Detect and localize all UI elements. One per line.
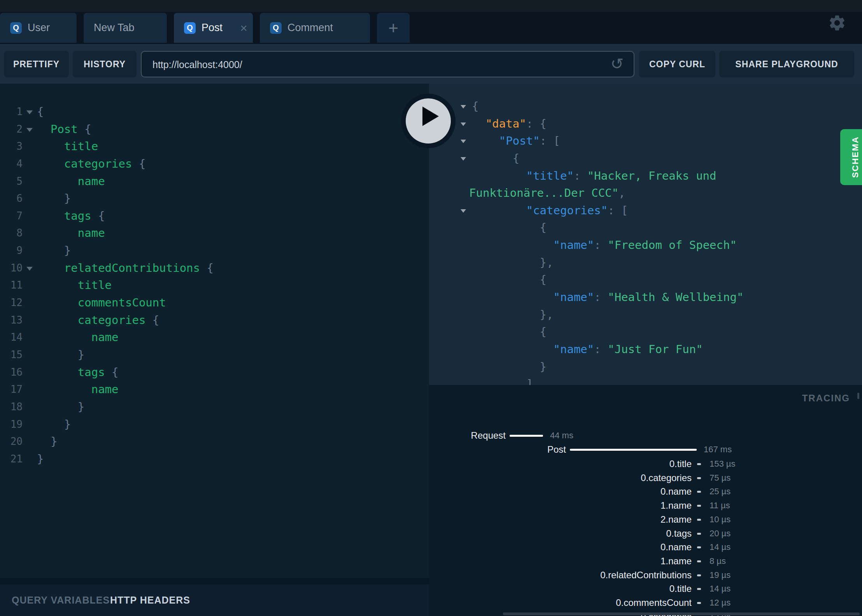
line-number: 12 — [0, 294, 23, 312]
editor-line: 8 name — [0, 224, 429, 242]
line-number: 13 — [0, 312, 23, 329]
response-line: }, — [429, 306, 862, 324]
fold-arrow-icon[interactable] — [26, 267, 33, 271]
tracing-resolver-label: 0.tags — [489, 527, 692, 541]
editor-code: name — [37, 381, 119, 398]
tracing-resolver-label: 0.name — [489, 485, 692, 499]
editor-line: 18 } — [0, 398, 429, 416]
tracing-duration-dash — [697, 560, 701, 562]
response-line: { — [429, 271, 862, 289]
share-playground-button[interactable]: SHARE PLAYGROUND — [719, 51, 854, 77]
line-number: 14 — [0, 329, 23, 346]
line-number: 16 — [0, 364, 23, 381]
variables-panel-resizer[interactable] — [0, 578, 429, 584]
editor-line: 6 } — [0, 190, 429, 207]
query-type-badge: Q — [10, 22, 22, 34]
line-number: 4 — [0, 155, 23, 173]
collapse-arrow-icon[interactable] — [461, 140, 466, 143]
tab-http-headers[interactable]: HTTP HEADERS — [110, 584, 190, 616]
response-line: { — [429, 98, 862, 115]
tracing-resolver-label: 0.title — [489, 457, 692, 471]
line-number: 17 — [0, 381, 23, 398]
schema-side-tab[interactable]: SCHEMA — [840, 129, 862, 185]
collapse-arrow-icon[interactable] — [461, 209, 466, 213]
fold-arrow-icon[interactable] — [26, 110, 33, 114]
response-line: "name": "Health & Wellbeing" — [429, 289, 862, 306]
editor-code: commentsCount — [37, 294, 166, 312]
tab-user[interactable]: QUser — [0, 13, 77, 43]
add-tab-button[interactable]: + — [377, 13, 410, 43]
tracing-row: Post167 ms — [429, 443, 862, 457]
query-type-badge: Q — [184, 22, 196, 34]
tab-new-tab[interactable]: New Tab — [84, 13, 167, 43]
url-input[interactable] — [152, 52, 597, 77]
vertical-scrollbar-thumb[interactable] — [857, 393, 859, 399]
response-code: Funktionäre...Der CCC", — [469, 184, 625, 202]
tracing-resolver-label: Request — [429, 429, 506, 443]
editor-code: name — [37, 173, 105, 190]
response-json-lines: {"data": {"Post": [{"title": "Hacker, Fr… — [429, 98, 862, 385]
prettify-button[interactable]: PRETTIFY — [4, 51, 69, 77]
copy-curl-button[interactable]: COPY CURL — [639, 51, 715, 77]
line-number: 9 — [0, 242, 23, 259]
response-line: ], — [429, 375, 862, 385]
editor-code: name — [37, 329, 119, 346]
response-code: "name": "Just For Fun" — [554, 341, 703, 358]
response-line: }, — [429, 254, 862, 271]
endpoint-url-bar: ↺ — [141, 51, 634, 77]
collapse-arrow-icon[interactable] — [461, 122, 466, 126]
line-number: 11 — [0, 276, 23, 294]
editor-code: } — [37, 433, 57, 450]
editor-line: 13 categories { — [0, 312, 429, 329]
line-number: 21 — [0, 450, 23, 468]
response-pane[interactable]: {"data": {"Post": [{"title": "Hacker, Fr… — [429, 84, 862, 385]
execute-query-button[interactable] — [401, 94, 456, 148]
tracing-duration-value: 20 µs — [710, 527, 731, 541]
settings-gear-icon[interactable] — [828, 14, 846, 32]
editor-line: 1{ — [0, 103, 429, 121]
tracing-resolver-label: 1.name — [489, 554, 692, 568]
close-tab-icon[interactable]: × — [235, 22, 247, 34]
response-code: ], — [526, 375, 540, 385]
reload-icon[interactable]: ↺ — [610, 55, 624, 73]
tab-query-variables[interactable]: QUERY VARIABLES — [12, 584, 110, 616]
query-editor-pane[interactable]: 1{2 Post {3 title4 categories {5 name6 }… — [0, 84, 429, 578]
tracing-duration-value: 44 ms — [550, 429, 573, 443]
tracing-row: 0.name14 µs — [429, 540, 862, 554]
editor-code: } — [37, 398, 84, 416]
tracing-duration-value: 25 µs — [710, 485, 731, 499]
line-number: 5 — [0, 173, 23, 190]
line-number: 20 — [0, 433, 23, 450]
tracing-resolver-label: 0.name — [489, 540, 692, 554]
tracing-row: 0.commentsCount12 µs — [429, 596, 862, 610]
tab-comment[interactable]: QComment — [260, 13, 370, 43]
query-type-badge: Q — [270, 22, 282, 34]
tracing-title: TRACING — [802, 393, 850, 404]
response-code: }, — [540, 254, 554, 271]
line-number: 15 — [0, 346, 23, 364]
editor-line: 10 relatedContributions { — [0, 259, 429, 277]
response-line: "data": { — [429, 115, 862, 133]
tracing-duration-value: 14 µs — [710, 582, 731, 596]
history-button[interactable]: HISTORY — [73, 51, 137, 77]
response-code: { — [472, 98, 478, 115]
bottom-panel-tabs: QUERY VARIABLES HTTP HEADERS — [0, 584, 429, 616]
editor-line: 17 name — [0, 381, 429, 398]
response-code: { — [540, 323, 547, 341]
response-code: } — [540, 358, 547, 376]
collapse-arrow-icon[interactable] — [461, 105, 466, 108]
editor-code: title — [37, 138, 98, 155]
tracing-resolver-label: 0.title — [489, 582, 692, 596]
editor-code: tags { — [37, 207, 105, 225]
tracing-duration-dash — [697, 491, 701, 493]
tracing-panel[interactable]: TRACING Request44 msPost167 ms0.title153… — [429, 385, 862, 616]
collapse-arrow-icon[interactable] — [461, 157, 466, 161]
tab-post[interactable]: QPost× — [174, 13, 253, 43]
horizontal-scrollbar-thumb[interactable] — [503, 612, 860, 615]
tracing-duration-value: 75 µs — [710, 471, 731, 485]
response-code: { — [540, 271, 547, 289]
response-line: "Post": [ — [429, 132, 862, 150]
tabs-container: QUserNew TabQPost×QComment+ — [0, 13, 410, 43]
tracing-duration-dash — [697, 477, 701, 479]
fold-arrow-icon[interactable] — [26, 128, 33, 132]
